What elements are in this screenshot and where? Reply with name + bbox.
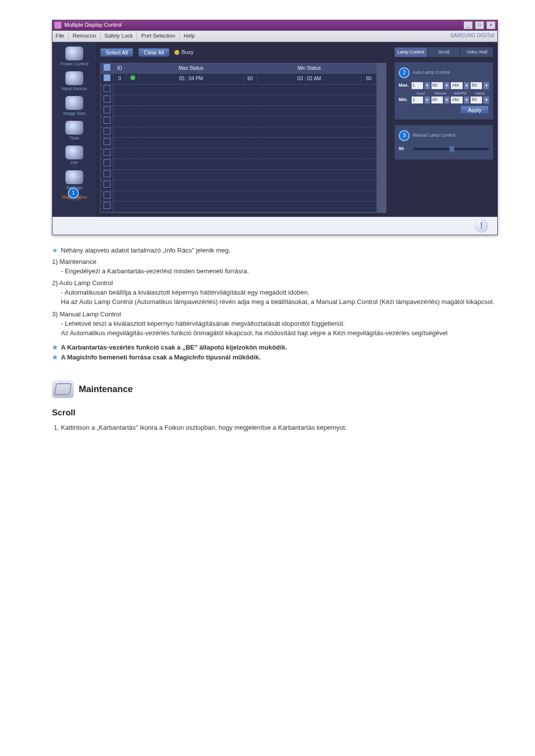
window-buttons: _ □ × — [463, 21, 495, 29]
chevron-down-icon[interactable]: ▾ — [483, 97, 489, 103]
sidebar-item-imagesize[interactable]: Image Size — [55, 95, 94, 118]
input-icon — [65, 71, 83, 85]
cell-id: 0 — [113, 75, 126, 83]
titlebar: Multiple Display Control _ □ × — [53, 20, 497, 31]
chevron-down-icon[interactable]: ▾ — [444, 97, 450, 103]
status-icon — [130, 75, 135, 80]
table-row — [101, 159, 376, 170]
menu-help[interactable]: Help — [184, 32, 195, 40]
min-hour[interactable]: 1 — [412, 97, 423, 103]
max-hour[interactable]: 1 — [412, 82, 423, 89]
hdr-status — [126, 68, 139, 69]
table-row — [101, 95, 376, 106]
sidebar-item-input[interactable]: Input Source — [55, 70, 94, 94]
star-icon: ★ — [52, 344, 58, 351]
cell-maxval: 60 — [244, 75, 258, 83]
slider-thumb[interactable] — [449, 146, 454, 152]
table-row — [101, 149, 376, 159]
sidebar-item-label: PIP — [71, 160, 78, 166]
apply-button[interactable]: Apply — [460, 105, 489, 114]
close-button[interactable]: × — [486, 21, 495, 29]
tab-videowall[interactable]: Video Wall — [460, 47, 493, 57]
col-minute: Minute — [431, 91, 450, 97]
menu-remocon[interactable]: Remocon — [73, 32, 96, 40]
min-ampm[interactable]: AM — [451, 97, 462, 103]
table-row — [101, 116, 376, 127]
chevron-down-icon[interactable]: ▾ — [464, 82, 470, 89]
max-ampm[interactable]: AM — [451, 82, 462, 89]
cell-max: 05 : 04 PM — [139, 75, 244, 83]
sidebar-item-pip[interactable]: PIP — [55, 144, 94, 168]
table-row — [101, 85, 376, 96]
min-minute[interactable]: 00 — [431, 97, 443, 103]
grid-scrollbar[interactable] — [377, 63, 386, 213]
manual-lamp-title: Manual Lamp Control — [413, 132, 455, 139]
max-value[interactable]: 50 — [471, 82, 482, 89]
center-panel: Select All Clear All Busy ID Max Status — [96, 42, 390, 217]
select-all-button[interactable]: Select All — [100, 48, 133, 57]
min-value[interactable]: 50 — [471, 97, 482, 103]
imagesize-icon — [65, 96, 83, 110]
sidebar-item-power[interactable]: Power Control — [55, 45, 94, 69]
section-title: Maintenance — [79, 383, 133, 396]
sidebar-item-maintenance[interactable]: Maintenance1 — [68, 194, 81, 201]
subsection-title: Scroll — [52, 407, 498, 419]
table-row — [101, 127, 376, 138]
brand-text: SAMSUNG DIGITall — [450, 32, 494, 40]
power-icon — [65, 47, 83, 60]
max-label: Max. — [399, 82, 410, 89]
chevron-down-icon[interactable]: ▾ — [425, 82, 430, 89]
manual-lamp-panel: 3Manual Lamp Control 50 — [394, 125, 493, 160]
statusbar: ! — [53, 217, 497, 235]
section-heading: Maintenance — [52, 380, 498, 398]
minimize-button[interactable]: _ — [464, 21, 473, 29]
sidebar-item-label: Input Source — [61, 86, 87, 92]
cell-min: 03 : 02 AM — [258, 75, 362, 83]
bold-note-2: ★A MagicInfo bemeneti forrása csak a Mag… — [52, 353, 498, 362]
sidebar-item-label: Image Size — [63, 110, 85, 117]
max-minute[interactable]: 00 — [431, 82, 443, 89]
col-ampm: AM/PM — [451, 91, 470, 97]
table-row — [101, 191, 376, 202]
pip-icon — [65, 146, 83, 159]
window-title: Multiple Display Control — [64, 21, 460, 29]
hdr-check[interactable] — [101, 63, 113, 74]
chevron-down-icon[interactable]: ▾ — [425, 97, 430, 103]
tab-scroll[interactable]: Scroll — [428, 47, 461, 57]
hdr-id: ID — [113, 64, 126, 73]
star-icon: ★ — [52, 247, 58, 254]
chevron-down-icon[interactable]: ▾ — [483, 82, 489, 89]
doc-item-1: 1) Maintenance - Engedélyezi a Karbantar… — [52, 257, 498, 276]
grid-header-row: ID Max Status Min Status — [101, 63, 376, 74]
manual-value: 50 — [399, 146, 412, 152]
menu-safetylock[interactable]: Safety Lock — [105, 32, 133, 40]
lamp-slider[interactable] — [413, 148, 489, 150]
table-row[interactable]: 0 05 : 04 PM 60 03 : 02 AM 80 — [101, 74, 376, 85]
menu-file[interactable]: File — [55, 32, 64, 40]
busy-label: Busy — [181, 49, 193, 56]
clear-all-button[interactable]: Clear All — [138, 48, 169, 57]
maximize-button[interactable]: □ — [475, 21, 484, 29]
chevron-down-icon[interactable]: ▾ — [464, 97, 470, 103]
time-icon — [65, 121, 83, 135]
doc-item-2: 2) Auto Lamp Control - Automatikusan beá… — [52, 279, 498, 307]
steps-list: Kattintson a „Karbantartás" ikonra a Foi… — [61, 423, 498, 433]
tabs: Lamp Control Scroll Video Wall — [394, 47, 493, 57]
row-checkbox[interactable] — [104, 74, 110, 81]
app-icon — [54, 22, 61, 29]
menubar: File Remocon Safety Lock Port Selection … — [53, 31, 497, 42]
bold-note-1: ★A Karbantartás-vezérlés funkció csak a … — [52, 343, 498, 353]
busy-dot-icon — [174, 50, 179, 55]
grid: ID Max Status Min Status 0 — [100, 63, 386, 213]
table-row — [101, 138, 376, 149]
doc-item-3: 3) Manual Lamp Control - Lehetové teszi … — [52, 310, 498, 338]
app-window: Multiple Display Control _ □ × File Remo… — [52, 20, 498, 235]
sidebar-item-time[interactable]: Time — [55, 119, 94, 143]
col-value: Value — [471, 91, 489, 97]
chevron-down-icon[interactable]: ▾ — [444, 82, 450, 89]
tab-lampcontrol[interactable]: Lamp Control — [394, 47, 428, 57]
table-row — [101, 202, 376, 212]
menu-portselection[interactable]: Port Selection — [141, 32, 175, 40]
cell-minval: 80 — [362, 75, 376, 83]
min-label: Min. — [399, 97, 410, 103]
